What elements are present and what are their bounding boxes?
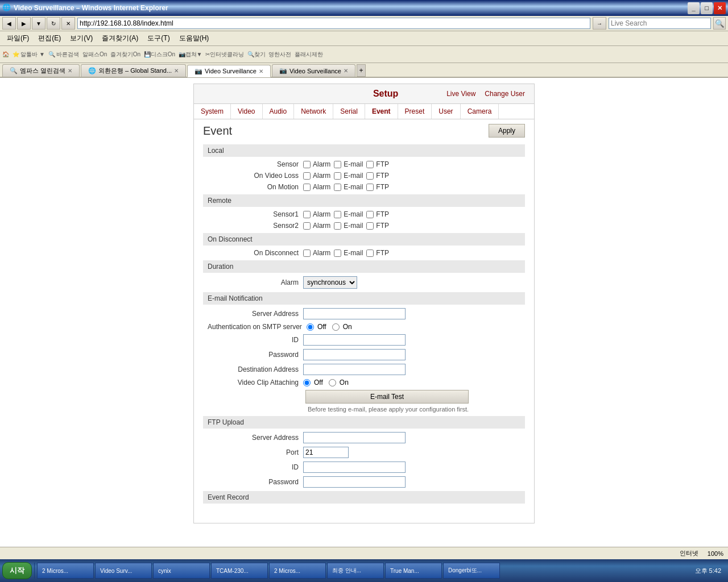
sensor1-alarm-checkbox[interactable] xyxy=(303,211,311,218)
sensor1-email-checkbox[interactable] xyxy=(334,211,341,218)
title-bar: 🌐 Video Surveillance – Windows Internet … xyxy=(0,0,728,16)
search-go-button[interactable]: 🔍 xyxy=(713,17,726,30)
ftp-port-input[interactable] xyxy=(303,447,349,458)
on-motion-alarm-checkbox[interactable] xyxy=(303,184,311,191)
tab-surveillance2[interactable]: 📷 Video Surveillance ✕ xyxy=(272,64,355,77)
ftp-id-input[interactable] xyxy=(303,462,406,473)
sensor-email-checkbox[interactable] xyxy=(334,161,341,168)
address-bar: ◀ ▶ ▼ ↻ ✕ → 🔍 xyxy=(0,16,728,31)
go-button[interactable]: → xyxy=(593,17,606,30)
on-motion-ftp-label: FTP xyxy=(376,183,389,191)
email-test-button[interactable]: E-mail Test xyxy=(305,390,469,404)
window-controls[interactable]: _ □ ✕ xyxy=(688,2,726,14)
video-loss-ftp-label: FTP xyxy=(376,172,389,180)
sensor-ftp-checkbox[interactable] xyxy=(366,161,374,168)
tab-wooribank-close[interactable]: ✕ xyxy=(174,68,179,74)
tab-wooribank[interactable]: 🌐 외환은행 – Global Stand... ✕ xyxy=(81,64,186,77)
sensor2-label: Sensor2 xyxy=(208,222,299,230)
tab-surveillance1-close[interactable]: ✕ xyxy=(259,68,263,74)
nav-video[interactable]: Video xyxy=(231,104,262,119)
sensor2-row: Sensor2 Alarm E-mail FTP xyxy=(203,222,525,230)
nav-serial[interactable]: Serial xyxy=(333,104,365,119)
on-motion-ftp-checkbox[interactable] xyxy=(366,184,374,191)
email-server-input[interactable] xyxy=(303,308,406,319)
on-disconnect-email-checkbox[interactable] xyxy=(334,250,341,257)
new-tab-button[interactable]: + xyxy=(357,64,366,77)
menu-file[interactable]: 파일(F) xyxy=(2,32,34,44)
alarm-duration-select[interactable]: synchronous 1 sec 5 sec 10 sec 30 sec xyxy=(303,276,357,289)
close-button[interactable]: ✕ xyxy=(714,2,726,14)
event-header-row: Event Apply xyxy=(203,124,525,138)
video-clip-on-radio[interactable] xyxy=(329,379,336,386)
tab-surveillance2-close[interactable]: ✕ xyxy=(344,68,348,74)
email-id-input[interactable] xyxy=(303,334,406,346)
sensor2-ftp-checkbox[interactable] xyxy=(366,222,374,230)
email-dest-input[interactable] xyxy=(303,364,406,375)
apply-button[interactable]: Apply xyxy=(489,124,525,138)
on-disconnect-alarm-checkbox[interactable] xyxy=(303,250,311,257)
video-loss-row: On Video Loss Alarm E-mail FTP xyxy=(203,172,525,180)
video-loss-alarm-checkbox[interactable] xyxy=(303,172,311,180)
menu-favorites[interactable]: 즐겨찾기(A) xyxy=(97,32,143,44)
tab-empas-close[interactable]: ✕ xyxy=(68,68,72,74)
search-input[interactable] xyxy=(609,18,711,29)
email-password-row: Password xyxy=(203,349,525,360)
ftp-password-row: Password xyxy=(203,476,525,488)
ftp-password-input[interactable] xyxy=(303,476,406,488)
sensor1-ftp-checkbox[interactable] xyxy=(366,211,374,218)
taskbar: 시작 2 Micros... Video Surv... cynix TCAM-… xyxy=(0,559,728,560)
on-motion-email-checkbox[interactable] xyxy=(334,184,341,191)
nav-event[interactable]: Event xyxy=(365,104,398,119)
refresh-button[interactable]: ↻ xyxy=(47,17,60,30)
menu-tools[interactable]: 도구(T) xyxy=(143,32,174,44)
nav-network[interactable]: Network xyxy=(294,104,333,119)
ftp-server-input[interactable] xyxy=(303,432,406,443)
nav-preset[interactable]: Preset xyxy=(398,104,432,119)
sensor-ftp-group: FTP xyxy=(366,160,389,168)
email-password-label: Password xyxy=(208,351,299,359)
email-auth-controls: Off On xyxy=(307,323,354,331)
back-button[interactable]: ◀ xyxy=(2,17,16,30)
nav-user[interactable]: User xyxy=(432,104,460,119)
video-loss-ftp-group: FTP xyxy=(366,172,389,180)
nav-audio[interactable]: Audio xyxy=(263,104,295,119)
minimize-button[interactable]: _ xyxy=(688,2,700,14)
on-disconnect-ftp-checkbox[interactable] xyxy=(366,250,374,257)
tab-empas[interactable]: 🔍 엠파스 열린검색 ✕ xyxy=(2,64,80,77)
video-clip-controls: Off On xyxy=(303,379,351,386)
tab-surveillance1[interactable]: 📷 Video Surveillance ✕ xyxy=(187,65,271,77)
stop-button[interactable]: ✕ xyxy=(61,17,75,30)
change-user-link[interactable]: Change User xyxy=(485,90,525,98)
video-clip-off-radio[interactable] xyxy=(303,379,311,386)
tab-surveillance1-label: Video Surveillance xyxy=(205,68,257,74)
event-content: Event Apply Local Sensor Alarm E-mail xyxy=(194,119,534,523)
nav-system[interactable]: System xyxy=(194,104,231,119)
status-right: 인터넷 100% xyxy=(680,549,723,558)
video-clip-on-label: On xyxy=(340,379,349,386)
smtp-auth-off-radio[interactable] xyxy=(307,323,314,331)
ftp-id-row: ID xyxy=(203,462,525,473)
on-motion-email-group: E-mail xyxy=(334,183,363,191)
on-disconnect-label: On Disconnect xyxy=(208,249,299,257)
menu-edit[interactable]: 편집(E) xyxy=(34,32,65,44)
duration-section-header: Duration xyxy=(203,260,525,273)
on-motion-ftp-group: FTP xyxy=(366,183,389,191)
maximize-button[interactable]: □ xyxy=(701,2,713,14)
sensor2-alarm-checkbox[interactable] xyxy=(303,222,311,230)
address-input[interactable] xyxy=(77,18,590,29)
zoom-level: 100% xyxy=(708,550,723,557)
nav-camera[interactable]: Camera xyxy=(461,104,499,119)
on-disconnect-row: On Disconnect Alarm E-mail FTP xyxy=(203,249,525,257)
smtp-auth-on-radio[interactable] xyxy=(332,323,340,331)
forward-button[interactable]: ▶ xyxy=(17,17,31,30)
sensor-alarm-checkbox[interactable] xyxy=(303,161,311,168)
email-password-input[interactable] xyxy=(303,349,406,360)
sensor2-email-checkbox[interactable] xyxy=(334,222,341,230)
menu-help[interactable]: 도움말(H) xyxy=(175,32,214,44)
live-view-link[interactable]: Live View xyxy=(446,90,475,98)
event-title: Event xyxy=(203,124,232,138)
menu-view[interactable]: 보기(V) xyxy=(65,32,97,44)
video-loss-ftp-checkbox[interactable] xyxy=(366,172,374,180)
video-loss-email-checkbox[interactable] xyxy=(334,172,341,180)
dropdown-nav-button[interactable]: ▼ xyxy=(32,17,46,30)
